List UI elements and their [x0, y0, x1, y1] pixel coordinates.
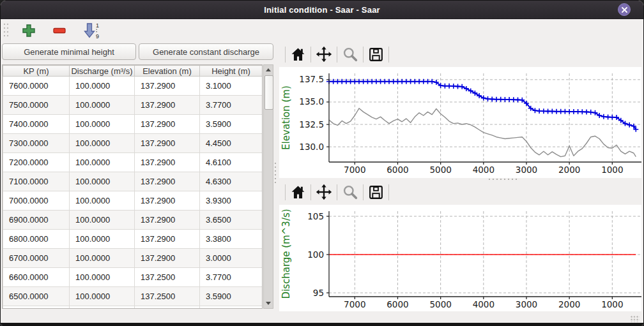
table-cell[interactable]: 100.0000: [70, 96, 135, 115]
table-cell[interactable]: 137.2900: [135, 134, 200, 153]
table-cell[interactable]: 137.2900: [135, 249, 200, 268]
sort-1-9-icon: 1 9: [82, 22, 100, 40]
table-cell[interactable]: 3.5900: [200, 287, 263, 306]
table-cell[interactable]: 4.4500: [200, 134, 263, 153]
table-cell[interactable]: 137.2500: [135, 268, 200, 287]
table-scrollbar[interactable]: [263, 64, 273, 309]
svg-text:1000: 1000: [601, 299, 623, 309]
table-cell[interactable]: 137.2900: [135, 191, 200, 211]
table-cell[interactable]: 137.2900: [135, 96, 200, 115]
table-cell[interactable]: 7500.0000: [3, 96, 70, 115]
scrollbar-thumb[interactable]: [264, 75, 273, 110]
table-cell[interactable]: 6600.0000: [3, 268, 70, 287]
table-cell[interactable]: 3.6500: [200, 211, 263, 230]
elevation-plot[interactable]: 137.5135.0132.5130.070006000500040003000…: [279, 67, 641, 178]
table-cell[interactable]: 6800.0000: [3, 230, 70, 249]
elevation-plot-canvas[interactable]: 137.5135.0132.5130.070006000500040003000…: [279, 67, 641, 178]
table-cell[interactable]: [3, 306, 70, 309]
table-cell[interactable]: 100.0000: [70, 211, 135, 230]
discharge-plot[interactable]: 105100957000600050004000300020001000Disc…: [279, 205, 641, 311]
svg-text:4000: 4000: [473, 299, 494, 309]
save-button[interactable]: [368, 184, 384, 200]
table-cell[interactable]: 137.2900: [135, 172, 200, 191]
zoom-button[interactable]: [342, 46, 358, 63]
table-cell[interactable]: 3.5900: [200, 115, 263, 134]
column-header[interactable]: Elevation (m): [135, 66, 200, 77]
table-cell[interactable]: 3.9300: [200, 191, 263, 211]
generate-minimal-height-button[interactable]: Generate minimal height: [2, 43, 136, 60]
table-cell[interactable]: 4.6300: [200, 172, 263, 191]
pan-button[interactable]: [316, 46, 332, 63]
table-cell[interactable]: [70, 306, 135, 309]
table-cell[interactable]: 7100.0000: [3, 172, 70, 191]
column-header[interactable]: Height (m): [200, 66, 263, 77]
close-button[interactable]: [618, 3, 631, 16]
table-cell[interactable]: [200, 306, 263, 309]
remove-row-button[interactable]: [52, 23, 67, 38]
scroll-up-button[interactable]: [264, 65, 273, 75]
discharge-plot-canvas[interactable]: 105100957000600050004000300020001000Disc…: [279, 205, 641, 311]
table-cell[interactable]: 6700.0000: [3, 249, 70, 268]
svg-text:1: 1: [96, 22, 99, 29]
table-cell[interactable]: 100.0000: [70, 172, 135, 191]
column-header[interactable]: Discharge (m³/s): [70, 66, 135, 77]
discharge-plot-toolbar: [280, 182, 394, 202]
table-cell[interactable]: 100.0000: [70, 191, 135, 211]
plot-splitter-handle[interactable]: [488, 178, 518, 182]
table-cell[interactable]: 3.3800: [200, 230, 263, 249]
table-cell[interactable]: 7400.0000: [3, 115, 70, 134]
add-row-button[interactable]: [21, 23, 36, 38]
table-cell[interactable]: 3.7700: [200, 268, 263, 287]
column-header[interactable]: KP (m): [3, 66, 70, 77]
svg-text:135.0: 135.0: [299, 96, 324, 107]
table-cell[interactable]: 100.0000: [70, 268, 135, 287]
save-button[interactable]: [368, 47, 384, 63]
resize-grip[interactable]: [631, 316, 640, 322]
table-cell[interactable]: 4.6100: [200, 153, 263, 172]
table-row-partial: [3, 306, 263, 309]
home-button[interactable]: [290, 47, 306, 63]
table-cell[interactable]: 3.1000: [200, 77, 263, 96]
titlebar[interactable]: Initial condition - Saar - Saar: [1, 1, 643, 19]
zoom-button[interactable]: [342, 184, 358, 200]
window-bottom-edge: [1, 323, 643, 326]
table-cell[interactable]: 100.0000: [70, 115, 135, 134]
minus-icon: [52, 23, 67, 38]
table-cell[interactable]: 137.2900: [135, 115, 200, 134]
pane-splitter-handle[interactable]: [274, 162, 278, 185]
table-cell[interactable]: 6900.0000: [3, 211, 70, 230]
toolbar-drag-handle[interactable]: [3, 23, 10, 38]
table-cell[interactable]: 100.0000: [70, 134, 135, 153]
table-cell[interactable]: 7300.0000: [3, 134, 70, 153]
table-cell[interactable]: 100.0000: [70, 153, 135, 172]
table-cell[interactable]: 100.0000: [70, 77, 135, 96]
generate-constant-discharge-button[interactable]: Generate constant discharge: [139, 43, 273, 60]
table-cell[interactable]: 100.0000: [70, 287, 135, 306]
table-cell[interactable]: 6500.0000: [3, 287, 70, 306]
svg-text:5000: 5000: [429, 299, 451, 309]
home-button[interactable]: [290, 184, 306, 200]
table-cell[interactable]: 100.0000: [70, 230, 135, 249]
table-cell[interactable]: 7600.0000: [3, 77, 70, 96]
initial-condition-table: KP (m)Discharge (m³/s)Elevation (m)Heigh…: [2, 64, 263, 309]
table-cell[interactable]: 137.2900: [135, 153, 200, 172]
sort-rows-button[interactable]: 1 9: [82, 22, 100, 40]
svg-text:95: 95: [313, 288, 324, 298]
svg-text:7000: 7000: [344, 165, 365, 175]
svg-text:1000: 1000: [601, 165, 623, 175]
table-cell[interactable]: 137.2900: [135, 211, 200, 230]
table-cell[interactable]: 3.0000: [200, 249, 263, 268]
table-cell[interactable]: [135, 306, 200, 309]
table-cell[interactable]: 137.2900: [135, 77, 200, 96]
table-cell[interactable]: 137.2500: [135, 287, 200, 306]
window: Initial condition - Saar - Saar 1 9 Gene…: [0, 0, 644, 326]
scroll-down-button[interactable]: [264, 299, 273, 308]
table-cell[interactable]: 7000.0000: [3, 191, 70, 211]
triangle-down-icon: [266, 302, 271, 305]
table-cell[interactable]: 137.2900: [135, 230, 200, 249]
table-cell[interactable]: 3.7700: [200, 96, 263, 115]
pan-button[interactable]: [316, 184, 332, 200]
table-cell[interactable]: 7200.0000: [3, 153, 70, 172]
table-cell[interactable]: 100.0000: [70, 249, 135, 268]
table-row: 6800.0000100.0000137.29003.3800: [3, 230, 263, 249]
